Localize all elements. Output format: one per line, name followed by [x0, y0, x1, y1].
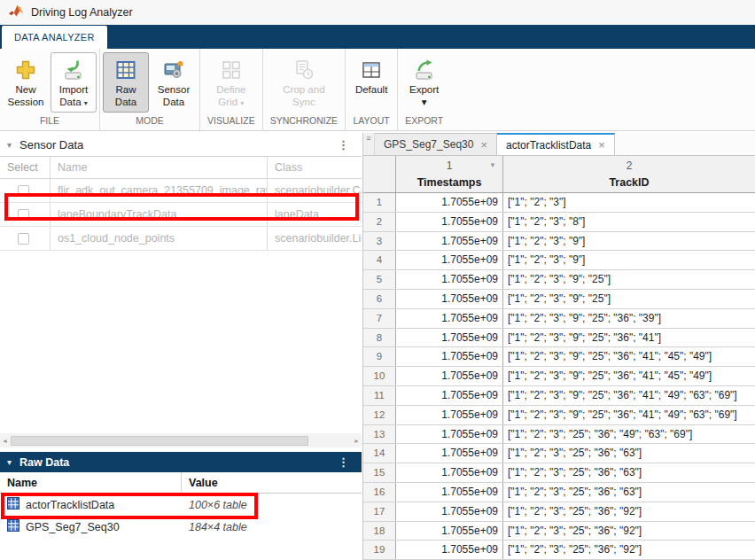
- panel-menu-icon[interactable]: ⋮: [338, 138, 349, 152]
- select-checkbox[interactable]: [18, 185, 29, 197]
- timestamp-cell: 1.7055e+09: [396, 347, 503, 366]
- column-header-select: Select: [0, 161, 38, 174]
- grid-row[interactable]: 16 1.7055e+09 ["1"; "2"; "3"; "25"; "36"…: [363, 483, 755, 502]
- grid-row[interactable]: 15 1.7055e+09 ["1"; "2"; "3"; "25"; "36"…: [363, 463, 755, 483]
- grid-row[interactable]: 5 1.7055e+09 ["1"; "2"; "3"; "9"; "25"]: [363, 270, 755, 290]
- column-header-value: Value: [182, 472, 362, 493]
- close-icon[interactable]: ×: [480, 139, 487, 151]
- default-layout-button[interactable]: Default: [348, 52, 394, 113]
- row-number-cell: 16: [363, 483, 396, 502]
- define-grid-icon: [221, 56, 242, 84]
- grid-row[interactable]: 9 1.7055e+09 ["1"; "2"; "3"; "9"; "25"; …: [363, 347, 755, 367]
- grid-row[interactable]: 12 1.7055e+09 ["1"; "2"; "3"; "9"; "25";…: [363, 406, 755, 425]
- grid-row[interactable]: 4 1.7055e+09 ["1"; "2"; "3"; "9"]: [363, 251, 755, 270]
- toolstrip-section-file: New Session Import Data ▾: [0, 49, 100, 130]
- timestamp-cell: 1.7055e+09: [396, 329, 503, 347]
- sensor-data-button[interactable]: Sensor Data: [151, 52, 197, 113]
- sensor-table-row[interactable]: laneBoundaryTrackData laneData: [0, 203, 362, 227]
- raw-data-table: Name Value actorTracklistData: [0, 472, 362, 538]
- row-number-cell: 6: [363, 290, 396, 308]
- sensor-table-row[interactable]: os1_cloud_node_points scenariobuilder.Li…: [0, 227, 362, 251]
- panel-menu-icon[interactable]: ⋮: [338, 455, 349, 469]
- dropdown-arrow-icon: ▾: [84, 99, 88, 107]
- grid-row[interactable]: 10 1.7055e+09 ["1"; "2"; "3"; "9"; "25";…: [363, 367, 755, 386]
- grid-row[interactable]: 17 1.7055e+09 ["1"; "2"; "3"; "25"; "36"…: [363, 502, 755, 522]
- row-number-cell: 14: [363, 444, 396, 463]
- raw-table-header: Name Value: [0, 472, 362, 494]
- crop-and-sync-icon: [292, 56, 315, 84]
- grid-row[interactable]: 6 1.7055e+09 ["1"; "2"; "3"; "9"; "25"]: [363, 290, 755, 309]
- trackid-cell: ["1"; "2"; "3"; "9"; "25"; "36"; "41"; "…: [503, 347, 755, 366]
- timestamp-cell: 1.7055e+09: [396, 502, 503, 521]
- raw-table-row[interactable]: actorTracklistData 100×6 table: [0, 494, 362, 516]
- scrollbar-thumb[interactable]: [11, 436, 308, 446]
- plus-icon: [14, 56, 37, 84]
- new-session-button[interactable]: New Session: [3, 52, 49, 113]
- column-header-trackid[interactable]: 2 TrackID: [503, 156, 755, 192]
- timestamp-cell: 1.7055e+09: [396, 541, 503, 559]
- timestamp-cell: 1.7055e+09: [396, 463, 503, 482]
- sensor-data-icon: [162, 56, 185, 84]
- column-header-name: Name: [0, 472, 182, 493]
- import-icon: [62, 56, 85, 84]
- grid-row[interactable]: 1 1.7055e+09 ["1"; "2"; "3"]: [363, 193, 755, 213]
- column-header-timestamps[interactable]: 1 ▼ Timestamps: [396, 156, 503, 192]
- section-label-mode: MODE: [102, 113, 198, 130]
- raw-data-panel-header: ▾ Raw Data ⋮: [0, 452, 362, 472]
- panel-splitter-icon[interactable]: ≡: [363, 133, 375, 155]
- select-checkbox[interactable]: [18, 233, 29, 245]
- trackid-cell: ["1"; "2"; "3"; "25"; "36"; "92"]: [503, 502, 755, 521]
- driving-log-analyzer-window: Driving Log Analyzer DATA ANALYZER New S…: [0, 0, 755, 560]
- export-button[interactable]: Export ▾: [401, 52, 448, 113]
- crop-and-sync-button: Crop and Sync: [266, 52, 342, 113]
- row-number-cell: 5: [363, 270, 396, 289]
- grid-row[interactable]: 8 1.7055e+09 ["1"; "2"; "3"; "9"; "25"; …: [363, 329, 755, 348]
- timestamp-cell: 1.7055e+09: [396, 483, 503, 502]
- timestamp-cell: 1.7055e+09: [396, 309, 503, 328]
- sensor-horizontal-scrollbar[interactable]: ◄ ►: [0, 433, 362, 447]
- toolstrip: New Session Import Data ▾: [0, 49, 755, 131]
- sort-arrow-icon[interactable]: ▼: [489, 156, 496, 175]
- raw-data-button[interactable]: Raw Data: [103, 52, 149, 113]
- select-checkbox[interactable]: [18, 209, 29, 221]
- timestamp-cell: 1.7055e+09: [396, 232, 503, 251]
- toolstrip-section-synchronize: Crop and Sync SYNCHRONIZE: [263, 49, 346, 130]
- timestamp-cell: 1.7055e+09: [396, 386, 503, 405]
- collapse-arrow-icon[interactable]: ▾: [7, 457, 12, 467]
- sensor-table-row[interactable]: flir_adk_out_camera_21355709_image_raw s…: [0, 179, 362, 203]
- document-tab[interactable]: actorTracklistData ×: [497, 133, 615, 155]
- ribbon-tab-bar: DATA ANALYZER: [0, 25, 755, 49]
- row-number-cell: 13: [363, 425, 396, 444]
- window-titlebar: Driving Log Analyzer: [0, 0, 755, 25]
- scroll-left-icon[interactable]: ◄: [0, 438, 10, 444]
- grid-row[interactable]: 7 1.7055e+09 ["1"; "2"; "3"; "9"; "25"; …: [363, 309, 755, 329]
- raw-table-row[interactable]: GPS_Seg7_Seq30 184×4 table: [0, 516, 362, 538]
- close-icon[interactable]: ×: [598, 139, 605, 151]
- matlab-logo-icon: [9, 4, 24, 21]
- grid-row[interactable]: 13 1.7055e+09 ["1"; "2"; "3"; "25"; "36"…: [363, 425, 755, 445]
- collapse-arrow-icon[interactable]: ▾: [7, 140, 12, 150]
- trackid-cell: ["1"; "2"; "3"; "9"; "25"; "36"; "39"]: [503, 309, 755, 328]
- tab-data-analyzer[interactable]: DATA ANALYZER: [2, 26, 107, 49]
- toolstrip-section-export: Export ▾ EXPORT: [398, 49, 450, 130]
- table-variable-icon: [7, 519, 19, 534]
- grid-row[interactable]: 19 1.7055e+09 ["1"; "2"; "3"; "25"; "36"…: [363, 541, 755, 560]
- trackid-cell: ["1"; "2"; "3"; "25"; "36"; "49"; "63"; …: [503, 425, 755, 444]
- grid-row[interactable]: 11 1.7055e+09 ["1"; "2"; "3"; "9"; "25";…: [363, 386, 755, 406]
- import-data-button[interactable]: Import Data ▾: [51, 52, 97, 113]
- grid-row[interactable]: 18 1.7055e+09 ["1"; "2"; "3"; "25"; "36"…: [363, 522, 755, 541]
- grid-row[interactable]: 3 1.7055e+09 ["1"; "2"; "3"; "9"]: [363, 232, 755, 252]
- row-number-cell: 7: [363, 309, 396, 328]
- trackid-cell: ["1"; "2"; "3"; "9"; "25"]: [503, 290, 755, 308]
- timestamp-cell: 1.7055e+09: [396, 270, 503, 289]
- row-number-cell: 1: [363, 193, 396, 212]
- trackid-cell: ["1"; "2"; "3"; "25"; "36"; "63"]: [503, 444, 755, 463]
- scroll-right-icon[interactable]: ►: [352, 438, 362, 444]
- section-label-visualize: VISUALIZE: [202, 113, 261, 130]
- grid-row[interactable]: 14 1.7055e+09 ["1"; "2"; "3"; "25"; "36"…: [363, 444, 755, 463]
- raw-data-grid-icon: [115, 56, 136, 84]
- document-tab[interactable]: GPS_Seg7_Seq30 ×: [375, 133, 497, 155]
- define-grid-button: Define Grid ▾: [208, 52, 254, 113]
- grid-row[interactable]: 2 1.7055e+09 ["1"; "2"; "3"; "8"]: [363, 213, 755, 232]
- section-label-file: FILE: [2, 113, 97, 130]
